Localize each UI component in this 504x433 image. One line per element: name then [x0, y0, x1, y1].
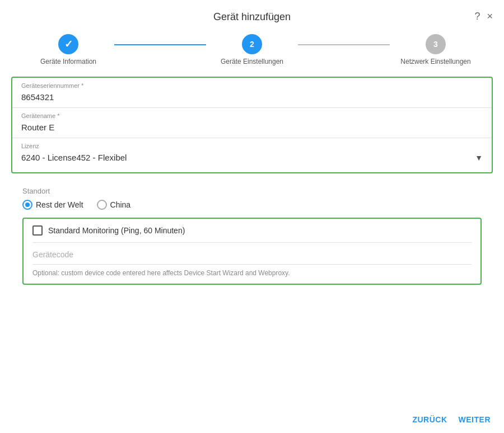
- close-button[interactable]: ×: [487, 11, 493, 21]
- monitoring-header: Standard Monitoring (Ping, 60 Minuten): [32, 225, 472, 243]
- license-value: 6240 - License452 - Flexibel: [21, 152, 127, 163]
- location-label: Standort: [22, 187, 482, 195]
- step-1-checkmark: [64, 38, 73, 50]
- back-button[interactable]: ZURÜCK: [412, 415, 447, 424]
- device-code-area: Gerätecode: [32, 243, 472, 265]
- radio-group: Rest der Welt China: [22, 200, 482, 210]
- license-label: Lizenz: [21, 143, 483, 149]
- step-line-2: [298, 44, 390, 45]
- serial-value[interactable]: 8654321: [21, 91, 483, 103]
- radio-china[interactable]: China: [97, 200, 131, 210]
- step-3-number: 3: [433, 40, 438, 49]
- monitoring-section: Standard Monitoring (Ping, 60 Minuten) G…: [22, 218, 482, 285]
- step-1-circle: [58, 34, 78, 54]
- name-label: Gerätename *: [21, 112, 483, 119]
- license-dropdown-arrow: ▼: [475, 153, 483, 162]
- stepper: Geräte Information 2 Geräte Einstellunge…: [0, 29, 504, 77]
- help-button[interactable]: ?: [474, 11, 480, 21]
- radio-world-outer: [22, 200, 32, 210]
- radio-world-label: Rest der Welt: [36, 200, 83, 209]
- form-content: Geräteseriennummer * 8654321 Gerätename …: [0, 77, 504, 285]
- step-2: 2 Geräte Einstellungen: [206, 34, 298, 65]
- device-code-input[interactable]: Gerätecode: [32, 250, 73, 259]
- step-2-label: Geräte Einstellungen: [221, 58, 283, 65]
- radio-world[interactable]: Rest der Welt: [22, 200, 83, 210]
- monitoring-label: Standard Monitoring (Ping, 60 Minuten): [48, 226, 185, 235]
- radio-china-outer: [97, 200, 107, 210]
- modal-footer: ZURÜCK WEITER: [0, 406, 504, 433]
- step-2-circle: 2: [242, 34, 262, 54]
- device-info-section: Geräteseriennummer * 8654321 Gerätename …: [11, 77, 493, 173]
- step-3-label: Netzwerk Einstellungen: [400, 58, 470, 65]
- radio-china-label: China: [110, 200, 131, 209]
- location-section: Standort Rest der Welt China: [11, 182, 493, 218]
- serial-label: Geräteseriennummer *: [21, 82, 483, 89]
- radio-world-inner: [25, 203, 30, 207]
- step-1: Geräte Information: [22, 34, 114, 65]
- modal-header: Gerät hinzufügen ? ×: [0, 0, 504, 29]
- modal-action-icons: ? ×: [474, 11, 493, 21]
- monitoring-checkbox[interactable]: [32, 225, 43, 236]
- name-field-group: Gerätename * Router E: [12, 108, 492, 138]
- name-value[interactable]: Router E: [21, 121, 483, 133]
- modal-container: Gerät hinzufügen ? × Geräte Information …: [0, 0, 504, 433]
- step-line-1: [114, 44, 206, 45]
- serial-field-group: Geräteseriennummer * 8654321: [12, 78, 492, 108]
- step-2-number: 2: [250, 40, 254, 49]
- next-button[interactable]: WEITER: [459, 415, 491, 424]
- step-3-circle: 3: [426, 34, 446, 54]
- modal-title: Gerät hinzufügen: [213, 11, 291, 23]
- step-1-label: Geräte Information: [40, 58, 96, 65]
- license-field-group: Lizenz 6240 - License452 - Flexibel ▼: [12, 138, 492, 168]
- step-3: 3 Netzwerk Einstellungen: [390, 34, 482, 65]
- monitoring-hint: Optional: custom device code entered her…: [32, 265, 472, 284]
- license-select[interactable]: 6240 - License452 - Flexibel ▼: [21, 152, 483, 163]
